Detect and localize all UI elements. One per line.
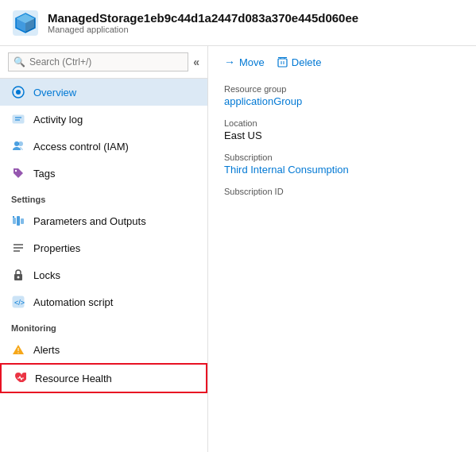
sidebar-item-activity-log[interactable]: Activity log <box>0 106 207 133</box>
svg-point-22 <box>17 276 20 279</box>
svg-rect-15 <box>21 218 24 224</box>
sidebar-label-resource-health: Resource Health <box>35 373 112 384</box>
sidebar-label-activity-log: Activity log <box>33 114 83 126</box>
collapse-button[interactable]: « <box>193 56 199 68</box>
location-label: Location <box>224 118 460 128</box>
svg-rect-26 <box>18 348 19 351</box>
search-input[interactable] <box>8 52 188 71</box>
app-subtitle: Managed application <box>48 25 358 34</box>
sidebar-label-tags: Tags <box>33 168 55 180</box>
right-panel: → Move Delete <box>208 46 476 452</box>
resource-group-label: Resource group <box>224 84 460 94</box>
locks-icon <box>11 268 25 282</box>
app-icon <box>11 9 40 37</box>
sidebar-item-alerts[interactable]: Alerts <box>0 336 207 363</box>
sidebar-label-access-control: Access control (IAM) <box>33 141 129 153</box>
sidebar-label-alerts: Alerts <box>33 344 60 356</box>
sidebar-item-properties[interactable]: Properties <box>0 234 207 261</box>
header-text: ManagedStorage1eb9c44d1a2447d083a370e445… <box>48 11 358 34</box>
svg-point-12 <box>15 170 17 172</box>
svg-rect-14 <box>17 216 20 226</box>
resource-group-value[interactable]: applicationGroup <box>224 95 460 107</box>
access-control-icon <box>11 139 25 153</box>
sidebar-item-access-control[interactable]: Access control (IAM) <box>0 133 207 160</box>
sidebar-label-parameters: Parameters and Outputs <box>33 215 146 227</box>
sidebar-label-properties: Properties <box>33 242 80 254</box>
svg-rect-7 <box>13 115 24 123</box>
move-icon: → <box>224 56 235 68</box>
app-header: ManagedStorage1eb9c44d1a2447d083a370e445… <box>0 0 476 46</box>
settings-section-label: Settings <box>0 187 207 207</box>
monitoring-section-label: Monitoring <box>0 315 207 336</box>
tags-icon <box>11 166 25 180</box>
subscription-id-row: Subscription ID <box>224 187 460 198</box>
alerts-icon <box>11 342 25 357</box>
svg-rect-28 <box>278 59 287 67</box>
sidebar-item-tags[interactable]: Tags <box>0 160 207 187</box>
sidebar-item-overview[interactable]: Overview <box>0 79 207 106</box>
location-value: East US <box>224 129 460 141</box>
sidebar-item-locks[interactable]: Locks <box>0 261 207 288</box>
subscription-row: Subscription Third Internal Consumption <box>224 153 460 176</box>
svg-text:</>: </> <box>14 299 25 307</box>
overview-icon <box>11 85 25 99</box>
sidebar-label-overview: Overview <box>33 87 76 99</box>
activity-log-icon <box>11 112 25 126</box>
search-icon: 🔍 <box>14 56 25 68</box>
delete-icon <box>277 56 288 68</box>
main-content: 🔍 « Overview Activity l <box>0 46 476 452</box>
svg-point-6 <box>16 90 21 95</box>
resource-group-row: Resource group applicationGroup <box>224 84 460 107</box>
sidebar-item-resource-health[interactable]: Resource Health <box>0 363 207 393</box>
svg-point-11 <box>18 141 23 146</box>
subscription-value[interactable]: Third Internal Consumption <box>224 164 460 176</box>
resource-health-icon <box>13 371 27 385</box>
sidebar-item-parameters[interactable]: Parameters and Outputs <box>0 207 207 234</box>
toolbar: → Move Delete <box>224 56 460 68</box>
move-button[interactable]: → Move <box>224 56 265 68</box>
parameters-icon <box>11 214 25 228</box>
search-bar: 🔍 « <box>0 46 207 79</box>
subscription-label: Subscription <box>224 153 460 162</box>
app-title: ManagedStorage1eb9c44d1a2447d083a370e445… <box>48 11 358 25</box>
info-section: Resource group applicationGroup Location… <box>224 84 460 198</box>
subscription-id-label: Subscription ID <box>224 187 460 196</box>
automation-icon: </> <box>11 295 25 309</box>
svg-rect-27 <box>18 353 19 353</box>
sidebar-item-automation[interactable]: </> Automation script <box>0 288 207 315</box>
location-row: Location East US <box>224 118 460 141</box>
properties-icon <box>11 241 25 255</box>
delete-button[interactable]: Delete <box>277 56 322 68</box>
sidebar-label-locks: Locks <box>33 269 60 281</box>
svg-rect-13 <box>13 218 16 224</box>
sidebar: 🔍 « Overview Activity l <box>0 46 208 452</box>
sidebar-label-automation: Automation script <box>33 296 113 308</box>
